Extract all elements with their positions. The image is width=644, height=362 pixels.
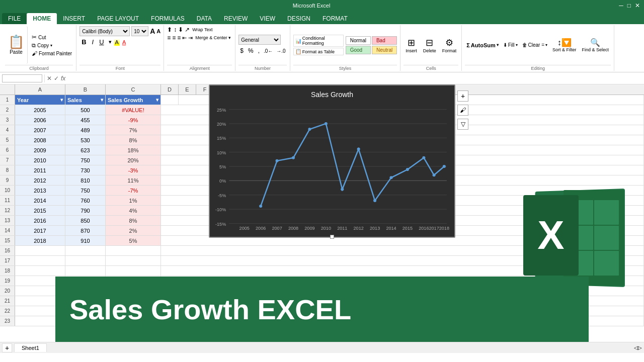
cell-b7[interactable]: 750 bbox=[65, 155, 106, 165]
cell-a15[interactable]: 2018 bbox=[15, 236, 65, 245]
align-bottom-icon[interactable]: ⬇ bbox=[178, 26, 183, 33]
cancel-formula-icon[interactable]: ✕ bbox=[47, 75, 52, 82]
cell-c2[interactable]: #VALUE! bbox=[106, 105, 161, 115]
tab-review[interactable]: REVIEW bbox=[218, 13, 254, 24]
paste-button[interactable]: 📋 Paste bbox=[5, 26, 28, 64]
chart-resize-handle-bottom[interactable] bbox=[330, 235, 334, 239]
cell-a5[interactable]: 2008 bbox=[15, 135, 65, 145]
find-select-button[interactable]: 🔍 Find & Select bbox=[580, 37, 611, 53]
cell-b1[interactable]: Sales ▾ bbox=[65, 95, 106, 105]
cell-b6[interactable]: 623 bbox=[65, 145, 106, 155]
cell-b5[interactable]: 530 bbox=[65, 135, 106, 145]
wrap-text-button[interactable]: Wrap Text bbox=[191, 27, 213, 33]
cell-b3[interactable]: 455 bbox=[65, 115, 106, 125]
cell-a8[interactable]: 2011 bbox=[15, 165, 65, 175]
highlight-button[interactable]: A bbox=[114, 39, 120, 46]
tab-insert[interactable]: INSERT bbox=[57, 13, 91, 24]
fill-button[interactable]: ⬇ Fill ▾ bbox=[502, 42, 519, 48]
chart-filter-button[interactable]: ▽ bbox=[457, 119, 468, 130]
cell-c14[interactable]: 2% bbox=[106, 226, 161, 235]
font-color-button[interactable]: A bbox=[121, 39, 127, 46]
cell-d1[interactable] bbox=[161, 95, 179, 105]
cell-a9[interactable]: 2012 bbox=[15, 175, 65, 185]
decrease-font-icon[interactable]: A bbox=[156, 28, 160, 34]
new-sheet-button[interactable]: + bbox=[2, 343, 12, 352]
col-header-d[interactable]: D bbox=[161, 84, 179, 95]
cell-c12[interactable]: 4% bbox=[106, 206, 161, 215]
insert-button[interactable]: ⊞ Insert bbox=[404, 36, 419, 54]
scroll-left-icon[interactable]: ◁ bbox=[634, 345, 638, 350]
cell-c7[interactable]: 20% bbox=[106, 155, 161, 165]
comma-icon[interactable]: , bbox=[257, 46, 261, 55]
sort-filter-button[interactable]: ↕🔽 Sort & Filter bbox=[550, 37, 579, 53]
window-controls[interactable]: ─ □ ✕ bbox=[619, 2, 640, 9]
delete-button[interactable]: ⊟ Delete bbox=[421, 36, 438, 54]
autosum-button[interactable]: Σ AutoSum ▾ bbox=[465, 42, 500, 49]
number-format-select[interactable]: General bbox=[238, 35, 281, 45]
cell-a1[interactable]: Year ▾ bbox=[15, 95, 65, 105]
close-icon[interactable]: ✕ bbox=[635, 2, 640, 9]
cell-c5[interactable]: 8% bbox=[106, 135, 161, 145]
clear-dropdown-icon[interactable]: ▾ bbox=[545, 43, 547, 47]
tab-page-layout[interactable]: PAGE LAYOUT bbox=[91, 13, 145, 24]
cell-a14[interactable]: 2017 bbox=[15, 226, 65, 235]
align-middle-icon[interactable]: ↕ bbox=[174, 26, 177, 33]
cell-a13[interactable]: 2016 bbox=[15, 216, 65, 225]
tab-file[interactable]: FILE bbox=[2, 13, 27, 24]
align-left-icon[interactable]: ≡ bbox=[167, 34, 171, 41]
align-right-icon[interactable]: ≡ bbox=[177, 34, 181, 41]
increase-font-icon[interactable]: A bbox=[150, 27, 155, 35]
tab-formulas[interactable]: FORMULAS bbox=[145, 13, 191, 24]
cell-c15[interactable]: 5% bbox=[106, 236, 161, 245]
cell-b12[interactable]: 790 bbox=[65, 206, 106, 215]
copy-button[interactable]: ⧉ Copy ▾ bbox=[31, 42, 73, 49]
decrease-indent-icon[interactable]: ⇤ bbox=[182, 35, 187, 41]
cell-c13[interactable]: 8% bbox=[106, 216, 161, 225]
cell-a6[interactable]: 2009 bbox=[15, 145, 65, 155]
cell-a3[interactable]: 2006 bbox=[15, 115, 65, 125]
cell-a7[interactable]: 2010 bbox=[15, 155, 65, 165]
cell-a4[interactable]: 2007 bbox=[15, 125, 65, 135]
chart-container[interactable]: Sales Growth 25% 20% 15% 10% 5% 0% -5% -… bbox=[209, 84, 455, 238]
increase-indent-icon[interactable]: ⇥ bbox=[188, 35, 193, 41]
col-header-a[interactable]: A bbox=[15, 84, 65, 95]
decrease-decimal-icon[interactable]: .0← bbox=[263, 48, 274, 54]
cell-c1[interactable]: Sales Growth ▾ bbox=[106, 95, 161, 105]
insert-function-icon[interactable]: fx bbox=[61, 75, 65, 82]
format-painter-button[interactable]: 🖌 Format Painter bbox=[31, 50, 73, 57]
font-size-select[interactable]: 10 bbox=[131, 26, 148, 36]
tab-home[interactable]: HOME bbox=[27, 13, 57, 24]
cell-a12[interactable]: 2015 bbox=[15, 206, 65, 215]
cell-c4[interactable]: 7% bbox=[106, 125, 161, 135]
scroll-right-icon[interactable]: ▷ bbox=[638, 345, 642, 350]
style-good[interactable]: Good bbox=[346, 46, 371, 54]
underline-button[interactable]: U bbox=[97, 37, 106, 47]
align-center-icon[interactable]: ≡ bbox=[172, 34, 176, 41]
cell-a11[interactable]: 2014 bbox=[15, 196, 65, 205]
cell-c10[interactable]: -7% bbox=[106, 186, 161, 195]
fill-dropdown-icon[interactable]: ▾ bbox=[516, 43, 518, 47]
cell-c6[interactable]: 18% bbox=[106, 145, 161, 155]
minimize-icon[interactable]: ─ bbox=[619, 2, 623, 9]
cell-c11[interactable]: 1% bbox=[106, 196, 161, 205]
cell-b2[interactable]: 500 bbox=[65, 105, 106, 115]
tab-design[interactable]: DESIGN bbox=[281, 13, 316, 24]
cell-c9[interactable]: 11% bbox=[106, 175, 161, 185]
tab-view[interactable]: VIEW bbox=[254, 13, 281, 24]
chart-plus-button[interactable]: + bbox=[457, 90, 468, 102]
font-name-select[interactable]: Calibri (Body) bbox=[79, 26, 130, 36]
cell-b10[interactable]: 750 bbox=[65, 186, 106, 195]
cell-a2[interactable]: 2005 bbox=[15, 105, 65, 115]
conditional-formatting-button[interactable]: 📊Conditional Formatting bbox=[293, 35, 344, 47]
tab-data[interactable]: DATA bbox=[191, 13, 218, 24]
clear-button[interactable]: 🗑 Clear = ▾ bbox=[521, 42, 549, 48]
format-button[interactable]: ⚙ Format bbox=[440, 36, 459, 54]
cell-c8[interactable]: -3% bbox=[106, 165, 161, 175]
col-header-b[interactable]: B bbox=[65, 84, 106, 95]
sheet-tab-sheet1[interactable]: Sheet1 bbox=[14, 343, 47, 352]
chart-brush-button[interactable]: 🖌 bbox=[457, 105, 468, 116]
confirm-formula-icon[interactable]: ✓ bbox=[54, 75, 59, 82]
copy-dropdown-icon[interactable]: ▾ bbox=[50, 43, 52, 48]
style-bad[interactable]: Bad bbox=[372, 36, 397, 45]
cell-c3[interactable]: -9% bbox=[106, 115, 161, 125]
